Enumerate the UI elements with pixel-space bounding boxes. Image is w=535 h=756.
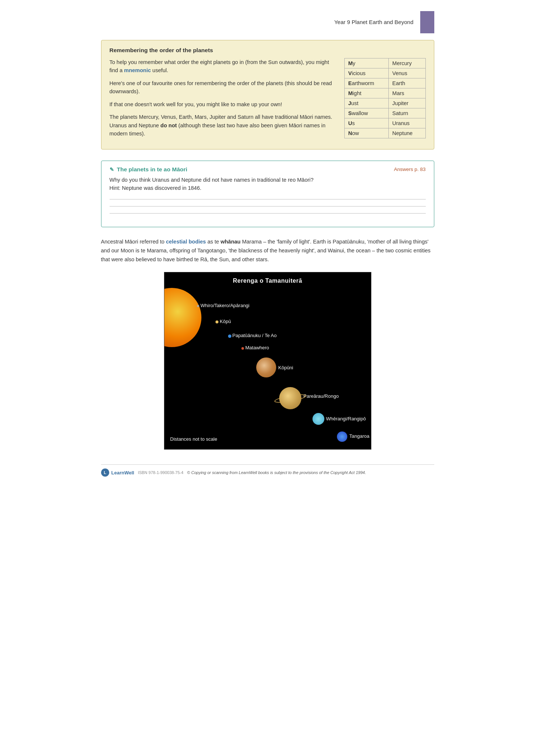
planet-mnemonic-table: MyMercuryViciousVenusEarthwormEarthMight… bbox=[344, 58, 426, 138]
activity-title-row: ✎ The planets in te ao Māori Answers p. … bbox=[110, 166, 426, 173]
venus-label: Kōpū bbox=[220, 319, 231, 324]
page-tab bbox=[420, 11, 434, 33]
mars-dot bbox=[241, 347, 244, 350]
neptune-label: Tangaroa bbox=[350, 433, 370, 439]
venus-dot bbox=[215, 320, 218, 323]
saturn-label: Pareārau/Rongo bbox=[304, 393, 339, 399]
edit-icon: ✎ bbox=[110, 167, 114, 172]
header-title: Year 9 Planet Earth and Beyond bbox=[334, 19, 414, 25]
footer-copyright: © Copying or scanning from LearnWell boo… bbox=[187, 470, 366, 475]
page-header: Year 9 Planet Earth and Beyond 15 bbox=[101, 15, 434, 29]
learnwell-logo: L LearnWell bbox=[101, 468, 134, 477]
activity-title: ✎ The planets in te ao Māori bbox=[110, 166, 187, 173]
distances-label: Distances not to scale bbox=[170, 436, 217, 442]
activity-question: Why do you think Uranus and Neptune did … bbox=[110, 176, 426, 192]
saturn-graphic bbox=[279, 387, 301, 409]
uranus-label: Whērangi/Rangipō bbox=[326, 416, 366, 421]
solar-diagram: Rerenga o Tamanuiterā Whiro/Takero/Apāra… bbox=[164, 272, 371, 450]
info-box-title: Remembering the order of the planets bbox=[110, 47, 426, 54]
info-para2: If that one doesn't work well for you, y… bbox=[110, 100, 335, 108]
logo-circle: L bbox=[101, 468, 109, 477]
answer-line-2 bbox=[110, 206, 426, 206]
earth-dot bbox=[228, 335, 231, 338]
body-text: Ancestral Māori referred to celestial bo… bbox=[101, 238, 434, 264]
earth-label: Papatūānuku / Te Ao bbox=[233, 333, 277, 338]
info-box-planets: Remembering the order of the planets To … bbox=[101, 40, 434, 149]
answer-line-1 bbox=[110, 199, 426, 199]
info-para-intro: To help you remember what order the eigh… bbox=[110, 58, 335, 75]
learnwell-name: LearnWell bbox=[111, 470, 134, 476]
page-footer: L LearnWell ISBN 978-1-990038-75-4 © Cop… bbox=[101, 464, 434, 477]
activity-title-text: The planets in te ao Māori bbox=[117, 166, 187, 173]
do-not-text: do not bbox=[160, 122, 177, 128]
info-box-left: To help you remember what order the eigh… bbox=[110, 58, 335, 142]
mercury-label: Whiro/Takero/Apārangi bbox=[201, 303, 250, 308]
jupiter-label: Kōpūni bbox=[278, 365, 293, 370]
answers-ref: Answers p. 83 bbox=[394, 167, 426, 172]
footer-isbn: ISBN 978-1-990038-75-4 bbox=[138, 470, 183, 475]
activity-box: ✎ The planets in te ao Māori Answers p. … bbox=[101, 161, 434, 227]
celestial-bodies-text: celestial bodies bbox=[166, 239, 206, 245]
info-box-right: MyMercuryViciousVenusEarthwormEarthMight… bbox=[344, 58, 426, 138]
answer-line-3 bbox=[110, 213, 426, 214]
neptune-dot bbox=[337, 431, 347, 442]
info-para1: Here's one of our favourite ones for rem… bbox=[110, 79, 335, 96]
mnemonic-link: mnemonic bbox=[124, 67, 151, 73]
info-para3: The planets Mercury, Venus, Earth, Mars,… bbox=[110, 113, 335, 138]
mars-label: Matawhero bbox=[245, 345, 269, 350]
diagram-title: Rerenga o Tamanuiterā bbox=[164, 272, 371, 284]
diagram-inner: Whiro/Takero/Apārangi Kōpū Papatūānuku /… bbox=[164, 284, 371, 446]
uranus-dot bbox=[312, 413, 324, 425]
info-box-content: To help you remember what order the eigh… bbox=[110, 58, 426, 142]
whanau-text: whānau bbox=[221, 239, 241, 245]
jupiter-graphic bbox=[256, 357, 276, 377]
sun-graphic bbox=[164, 288, 201, 347]
